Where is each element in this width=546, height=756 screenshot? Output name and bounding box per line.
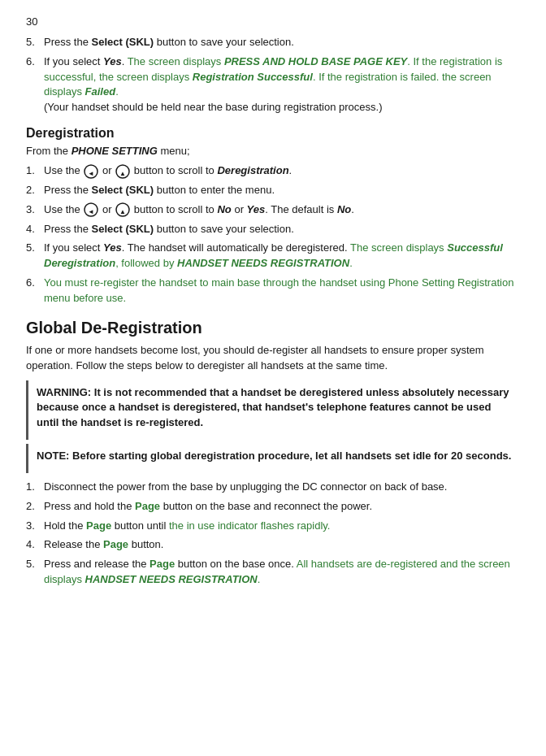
redia-icon: ◄ [84,164,98,179]
global-dereg-section: Global De-Registration If one or more ha… [26,316,520,588]
svg-text:◄: ◄ [88,208,94,215]
global-dereg-heading: Global De-Registration [26,316,520,340]
list-item: Press the Select (SKL) button to save yo… [26,35,520,50]
list-item: If you select Yes. The screen displays P… [26,54,520,115]
page-number: 30 [26,15,520,30]
list-item: Hold the Page button until the in use in… [26,519,520,534]
step-5-text: Press the Select (SKL) button to save yo… [44,36,294,48]
list-item: Disconnect the power from the base by un… [26,480,520,495]
global-step-2: Press and hold the Page button on the ba… [44,500,372,512]
redia-icon-2: ◄ [84,202,98,217]
warning-text: WARNING: It is not recommended that a ha… [37,385,512,432]
note-text: NOTE: Before starting global deregistrat… [37,449,512,464]
list-item: You must re-register the handset to main… [26,276,520,306]
list-item: Use the ◄ or ▲ button to scroll to Dereg… [26,163,520,179]
dereg-step-3: Use the ◄ or ▲ button to scroll to No or… [44,203,354,215]
global-step-3: Hold the Page button until the in use in… [44,519,330,532]
list-item: Release the Page button. [26,537,520,553]
dereg-step-6: You must re-register the handset to main… [44,276,514,304]
dereg-step-1: Use the ◄ or ▲ button to scroll to Dereg… [44,164,292,176]
step-6-text: If you select Yes. The screen displays P… [44,55,502,114]
deregistration-subheading: From the PHONE SETTING menu; [26,144,520,159]
warning-box: WARNING: It is not recommended that a ha… [26,380,520,441]
deregistration-section: Deregistration From the PHONE SETTING me… [26,124,520,306]
cid-icon: ▲ [115,164,130,179]
global-step-1: Disconnect the power from the base by un… [44,480,447,493]
list-item: Press the Select (SKL) button to enter t… [26,183,520,198]
list-item: Press and hold the Page button on the ba… [26,499,520,515]
list-item: If you select Yes. The handset will auto… [26,241,520,272]
list-item: Use the ◄ or ▲ button to scroll to No or… [26,202,520,218]
note-box: NOTE: Before starting global deregistrat… [26,444,520,473]
svg-text:◄: ◄ [88,169,94,176]
cid-icon-2: ▲ [115,202,130,217]
list-item: Press and release the Page button on the… [26,557,520,588]
svg-text:▲: ▲ [119,208,126,215]
dereg-step-5: If you select Yes. The handset will auto… [44,241,503,269]
global-step-5: Press and release the Page button on the… [44,558,510,585]
dereg-step-2: Press the Select (SKL) button to enter t… [44,184,275,196]
svg-text:▲: ▲ [119,169,126,176]
dereg-step-4: Press the Select (SKL) button to save yo… [44,223,294,235]
deregistration-heading: Deregistration [26,124,520,142]
global-step-4: Release the Page button. [44,538,163,550]
list-item: Press the Select (SKL) button to save yo… [26,222,520,237]
global-dereg-intro: If one or more handsets become lost, you… [26,343,520,374]
